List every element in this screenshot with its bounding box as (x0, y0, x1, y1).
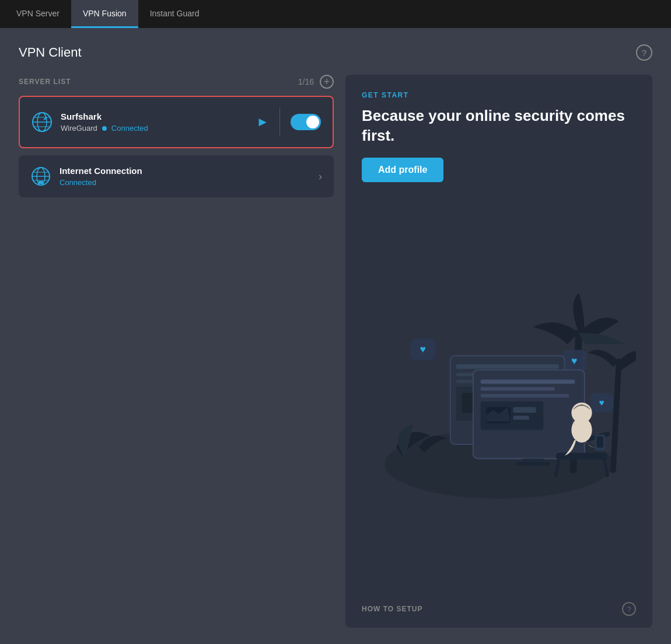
server-card-surfshark[interactable]: Surfshark WireGuard Connected ► (19, 96, 334, 148)
svg-rect-10 (39, 181, 43, 184)
illustration-area: ♥ ♥ ♥ (362, 196, 636, 595)
svg-rect-37 (516, 462, 550, 465)
svg-rect-45 (596, 436, 603, 448)
surfshark-status: Connected (111, 124, 148, 133)
surfshark-info: Surfshark WireGuard Connected (61, 112, 248, 133)
internet-connection-chevron-icon: › (319, 170, 322, 183)
server-list-label: SERVER LIST (19, 78, 71, 86)
surfshark-status-dot (102, 126, 107, 131)
internet-connection-icon (30, 166, 51, 187)
tab-instant-guard[interactable]: Instant Guard (138, 0, 211, 28)
right-panel: GET START Because your online security c… (345, 75, 652, 628)
internet-connection-name: Internet Connection (60, 166, 310, 176)
svg-text:♥: ♥ (420, 343, 426, 355)
svg-rect-29 (481, 380, 575, 384)
svg-text:♥: ♥ (599, 398, 604, 408)
toggle-knob (306, 116, 319, 128)
left-panel: SERVER LIST 1/16 + (19, 75, 334, 628)
server-card-internet[interactable]: Internet Connection Connected › (19, 155, 334, 197)
right-panel-bottom: HOW TO SETUP ? (362, 602, 636, 616)
svg-rect-34 (513, 407, 536, 413)
svg-rect-31 (481, 394, 569, 397)
surfshark-protocol-row: WireGuard Connected (61, 124, 248, 133)
svg-rect-30 (481, 387, 555, 391)
svg-rect-38 (556, 452, 607, 459)
svg-rect-35 (513, 416, 529, 420)
svg-rect-21 (456, 364, 559, 368)
connect-arrow-icon: ► (256, 114, 269, 130)
page-header: VPN Client ? (19, 44, 652, 61)
page-title: VPN Client (19, 45, 82, 60)
divider (279, 107, 280, 137)
surfshark-connect-area: ► (256, 107, 321, 137)
surfshark-toggle[interactable] (291, 114, 321, 130)
server-list-header: SERVER LIST 1/16 + (19, 75, 334, 89)
tab-bar: VPN Server VPN Fusion Instant Guard (0, 0, 671, 28)
svg-text:♥: ♥ (571, 354, 577, 366)
content-row: SERVER LIST 1/16 + (19, 75, 652, 628)
tab-vpn-server[interactable]: VPN Server (5, 0, 71, 28)
promo-title: Because your online security comes first… (362, 106, 636, 146)
how-to-setup-help-icon[interactable]: ? (622, 602, 636, 616)
server-list-count: 1/16 (298, 77, 314, 86)
server-list-count-area: 1/16 + (298, 75, 334, 89)
main-container: VPN Client ? SERVER LIST 1/16 + (0, 28, 671, 644)
internet-connection-status-row: Connected (60, 178, 310, 187)
get-start-label: GET START (362, 91, 636, 99)
add-profile-button[interactable]: Add profile (362, 158, 443, 182)
svg-line-13 (613, 361, 619, 470)
surfshark-name: Surfshark (61, 112, 248, 121)
internet-connection-status: Connected (60, 178, 96, 187)
surfshark-icon (32, 112, 53, 133)
internet-connection-info: Internet Connection Connected (60, 166, 310, 187)
tab-vpn-fusion[interactable]: VPN Fusion (71, 0, 138, 28)
add-server-button[interactable]: + (320, 75, 334, 89)
how-to-setup-label: HOW TO SETUP (362, 605, 422, 613)
promo-illustration: ♥ ♥ ♥ (362, 196, 636, 595)
page-help-icon[interactable]: ? (636, 44, 652, 61)
surfshark-protocol: WireGuard (61, 124, 97, 133)
